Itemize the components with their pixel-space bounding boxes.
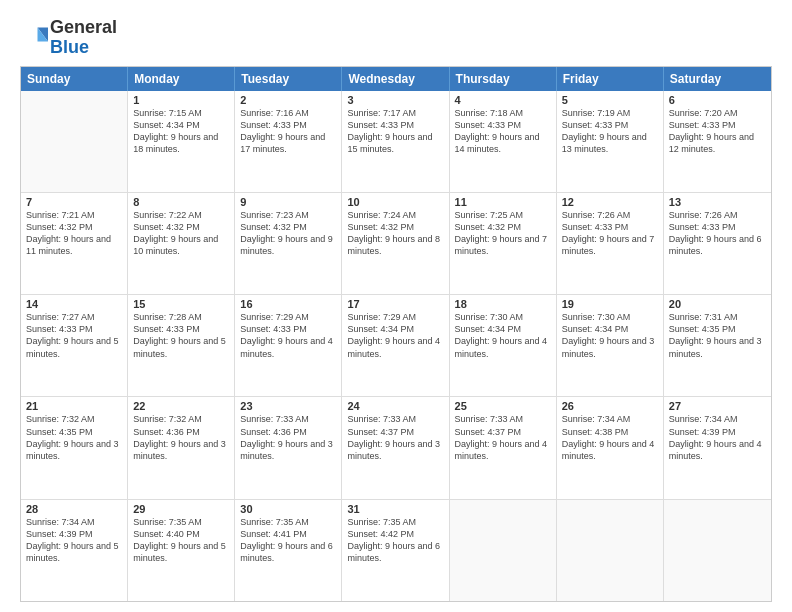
- day-number: 26: [562, 400, 658, 412]
- header-cell-wednesday: Wednesday: [342, 67, 449, 91]
- day-number: 11: [455, 196, 551, 208]
- day-number: 9: [240, 196, 336, 208]
- day-number: 22: [133, 400, 229, 412]
- calendar-week-5: 28Sunrise: 7:34 AMSunset: 4:39 PMDayligh…: [21, 500, 771, 601]
- day-number: 19: [562, 298, 658, 310]
- day-number: 17: [347, 298, 443, 310]
- calendar-body: 1Sunrise: 7:15 AMSunset: 4:34 PMDaylight…: [21, 91, 771, 601]
- cell-text: Sunrise: 7:19 AMSunset: 4:33 PMDaylight:…: [562, 107, 658, 156]
- cell-text: Sunrise: 7:17 AMSunset: 4:33 PMDaylight:…: [347, 107, 443, 156]
- calendar-cell: 30Sunrise: 7:35 AMSunset: 4:41 PMDayligh…: [235, 500, 342, 601]
- calendar-cell: 4Sunrise: 7:18 AMSunset: 4:33 PMDaylight…: [450, 91, 557, 192]
- cell-text: Sunrise: 7:26 AMSunset: 4:33 PMDaylight:…: [562, 209, 658, 258]
- cell-text: Sunrise: 7:26 AMSunset: 4:33 PMDaylight:…: [669, 209, 766, 258]
- calendar-cell: 28Sunrise: 7:34 AMSunset: 4:39 PMDayligh…: [21, 500, 128, 601]
- calendar-cell: 13Sunrise: 7:26 AMSunset: 4:33 PMDayligh…: [664, 193, 771, 294]
- day-number: 21: [26, 400, 122, 412]
- day-number: 20: [669, 298, 766, 310]
- cell-text: Sunrise: 7:29 AMSunset: 4:33 PMDaylight:…: [240, 311, 336, 360]
- calendar-cell: [450, 500, 557, 601]
- cell-text: Sunrise: 7:22 AMSunset: 4:32 PMDaylight:…: [133, 209, 229, 258]
- calendar-cell: [664, 500, 771, 601]
- logo: General Blue: [20, 18, 117, 58]
- day-number: 29: [133, 503, 229, 515]
- cell-text: Sunrise: 7:23 AMSunset: 4:32 PMDaylight:…: [240, 209, 336, 258]
- calendar-cell: 20Sunrise: 7:31 AMSunset: 4:35 PMDayligh…: [664, 295, 771, 396]
- cell-text: Sunrise: 7:25 AMSunset: 4:32 PMDaylight:…: [455, 209, 551, 258]
- cell-text: Sunrise: 7:32 AMSunset: 4:35 PMDaylight:…: [26, 413, 122, 462]
- day-number: 16: [240, 298, 336, 310]
- day-number: 2: [240, 94, 336, 106]
- day-number: 24: [347, 400, 443, 412]
- calendar-cell: 17Sunrise: 7:29 AMSunset: 4:34 PMDayligh…: [342, 295, 449, 396]
- day-number: 31: [347, 503, 443, 515]
- calendar-header: SundayMondayTuesdayWednesdayThursdayFrid…: [21, 67, 771, 91]
- day-number: 5: [562, 94, 658, 106]
- logo-text: General Blue: [50, 18, 117, 58]
- cell-text: Sunrise: 7:31 AMSunset: 4:35 PMDaylight:…: [669, 311, 766, 360]
- calendar-week-1: 1Sunrise: 7:15 AMSunset: 4:34 PMDaylight…: [21, 91, 771, 193]
- calendar-cell: 24Sunrise: 7:33 AMSunset: 4:37 PMDayligh…: [342, 397, 449, 498]
- calendar-cell: 3Sunrise: 7:17 AMSunset: 4:33 PMDaylight…: [342, 91, 449, 192]
- calendar-cell: 26Sunrise: 7:34 AMSunset: 4:38 PMDayligh…: [557, 397, 664, 498]
- calendar-cell: 21Sunrise: 7:32 AMSunset: 4:35 PMDayligh…: [21, 397, 128, 498]
- cell-text: Sunrise: 7:27 AMSunset: 4:33 PMDaylight:…: [26, 311, 122, 360]
- day-number: 14: [26, 298, 122, 310]
- header-cell-tuesday: Tuesday: [235, 67, 342, 91]
- day-number: 3: [347, 94, 443, 106]
- calendar-cell: 29Sunrise: 7:35 AMSunset: 4:40 PMDayligh…: [128, 500, 235, 601]
- calendar-cell: 15Sunrise: 7:28 AMSunset: 4:33 PMDayligh…: [128, 295, 235, 396]
- calendar-cell: 22Sunrise: 7:32 AMSunset: 4:36 PMDayligh…: [128, 397, 235, 498]
- calendar-cell: 2Sunrise: 7:16 AMSunset: 4:33 PMDaylight…: [235, 91, 342, 192]
- calendar: SundayMondayTuesdayWednesdayThursdayFrid…: [20, 66, 772, 602]
- cell-text: Sunrise: 7:15 AMSunset: 4:34 PMDaylight:…: [133, 107, 229, 156]
- calendar-cell: [557, 500, 664, 601]
- day-number: 8: [133, 196, 229, 208]
- day-number: 6: [669, 94, 766, 106]
- calendar-cell: 9Sunrise: 7:23 AMSunset: 4:32 PMDaylight…: [235, 193, 342, 294]
- header-cell-saturday: Saturday: [664, 67, 771, 91]
- calendar-cell: 16Sunrise: 7:29 AMSunset: 4:33 PMDayligh…: [235, 295, 342, 396]
- page: General Blue SundayMondayTuesdayWednesda…: [0, 0, 792, 612]
- calendar-cell: 18Sunrise: 7:30 AMSunset: 4:34 PMDayligh…: [450, 295, 557, 396]
- calendar-cell: 1Sunrise: 7:15 AMSunset: 4:34 PMDaylight…: [128, 91, 235, 192]
- cell-text: Sunrise: 7:35 AMSunset: 4:40 PMDaylight:…: [133, 516, 229, 565]
- calendar-week-3: 14Sunrise: 7:27 AMSunset: 4:33 PMDayligh…: [21, 295, 771, 397]
- cell-text: Sunrise: 7:20 AMSunset: 4:33 PMDaylight:…: [669, 107, 766, 156]
- calendar-cell: 12Sunrise: 7:26 AMSunset: 4:33 PMDayligh…: [557, 193, 664, 294]
- day-number: 18: [455, 298, 551, 310]
- day-number: 12: [562, 196, 658, 208]
- header-cell-sunday: Sunday: [21, 67, 128, 91]
- calendar-cell: 31Sunrise: 7:35 AMSunset: 4:42 PMDayligh…: [342, 500, 449, 601]
- calendar-cell: 19Sunrise: 7:30 AMSunset: 4:34 PMDayligh…: [557, 295, 664, 396]
- cell-text: Sunrise: 7:34 AMSunset: 4:39 PMDaylight:…: [669, 413, 766, 462]
- day-number: 28: [26, 503, 122, 515]
- logo-general: General: [50, 17, 117, 37]
- day-number: 7: [26, 196, 122, 208]
- day-number: 23: [240, 400, 336, 412]
- calendar-cell: 27Sunrise: 7:34 AMSunset: 4:39 PMDayligh…: [664, 397, 771, 498]
- calendar-cell: 8Sunrise: 7:22 AMSunset: 4:32 PMDaylight…: [128, 193, 235, 294]
- day-number: 27: [669, 400, 766, 412]
- day-number: 4: [455, 94, 551, 106]
- header-cell-friday: Friday: [557, 67, 664, 91]
- calendar-cell: 14Sunrise: 7:27 AMSunset: 4:33 PMDayligh…: [21, 295, 128, 396]
- day-number: 30: [240, 503, 336, 515]
- calendar-cell: 23Sunrise: 7:33 AMSunset: 4:36 PMDayligh…: [235, 397, 342, 498]
- logo-blue: Blue: [50, 37, 89, 57]
- header: General Blue: [20, 18, 772, 58]
- day-number: 25: [455, 400, 551, 412]
- header-cell-monday: Monday: [128, 67, 235, 91]
- day-number: 13: [669, 196, 766, 208]
- day-number: 10: [347, 196, 443, 208]
- calendar-week-2: 7Sunrise: 7:21 AMSunset: 4:32 PMDaylight…: [21, 193, 771, 295]
- cell-text: Sunrise: 7:33 AMSunset: 4:37 PMDaylight:…: [455, 413, 551, 462]
- calendar-cell: 25Sunrise: 7:33 AMSunset: 4:37 PMDayligh…: [450, 397, 557, 498]
- day-number: 1: [133, 94, 229, 106]
- calendar-cell: 7Sunrise: 7:21 AMSunset: 4:32 PMDaylight…: [21, 193, 128, 294]
- calendar-cell: 6Sunrise: 7:20 AMSunset: 4:33 PMDaylight…: [664, 91, 771, 192]
- cell-text: Sunrise: 7:24 AMSunset: 4:32 PMDaylight:…: [347, 209, 443, 258]
- cell-text: Sunrise: 7:28 AMSunset: 4:33 PMDaylight:…: [133, 311, 229, 360]
- cell-text: Sunrise: 7:30 AMSunset: 4:34 PMDaylight:…: [562, 311, 658, 360]
- cell-text: Sunrise: 7:35 AMSunset: 4:41 PMDaylight:…: [240, 516, 336, 565]
